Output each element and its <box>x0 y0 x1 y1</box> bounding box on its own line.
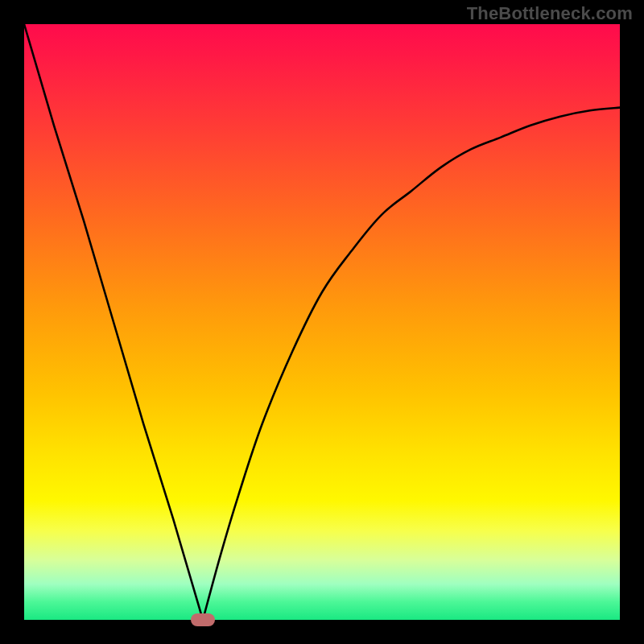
bottleneck-marker <box>191 613 215 626</box>
curve-left-branch <box>24 24 203 620</box>
attribution-label: TheBottleneck.com <box>467 3 633 24</box>
curve-right-branch <box>203 108 620 620</box>
plot-area <box>24 24 620 620</box>
curve-layer <box>24 24 620 620</box>
chart-frame: TheBottleneck.com <box>0 0 644 644</box>
